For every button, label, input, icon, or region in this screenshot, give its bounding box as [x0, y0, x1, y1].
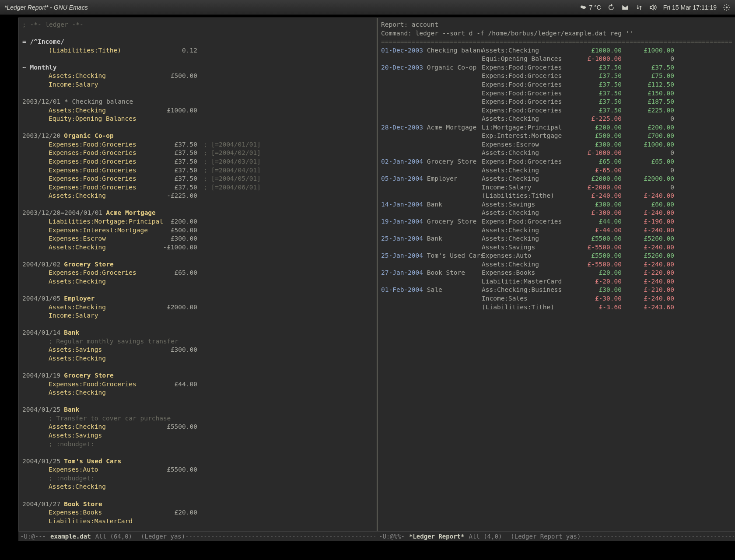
transaction-header: 2004/01/27Book Store — [22, 500, 373, 509]
report-date-payee: 19-Jan-2004 Grocery Store — [381, 217, 482, 226]
clock-text: Fri 15 Mar 17:11:19 — [663, 4, 717, 11]
posting-amount: £500.00 — [149, 226, 197, 235]
posting-amount: £1000.00 — [149, 106, 197, 115]
report-date-payee — [381, 89, 482, 98]
report-row: Assets:Checking£-1000.000 — [381, 149, 732, 158]
report-date-payee — [381, 72, 482, 80]
report-balance: £-210.00 — [622, 286, 674, 294]
network-icon[interactable] — [635, 4, 643, 11]
report-amount: £44.00 — [569, 217, 622, 226]
report-account: Expens:Food:Groceries — [482, 98, 569, 106]
posting-amount — [149, 80, 197, 89]
report-row: 14-Jan-2004 BankAssets:Savings£300.00£60… — [381, 200, 732, 209]
posting-amount — [149, 517, 197, 526]
report-account: Assets:Checking — [482, 260, 569, 269]
posting-account: Expenses:Interest:Mortgage — [49, 226, 149, 235]
report-row: 01-Feb-2004 SaleAss:Checking:Business£30… — [381, 286, 732, 294]
report-date-payee: 01-Feb-2004 Sale — [381, 286, 482, 294]
report-row: Assets:Checking£-300.00£-240.00 — [381, 209, 732, 217]
report-account: Expens:Food:Groceries — [482, 217, 569, 226]
posting-note: ; [=2004/04/01] — [197, 166, 261, 175]
modeline: -U:@--- example.dat All (64,0) (Ledger y… — [18, 532, 735, 541]
report-amount: £37.50 — [569, 106, 622, 115]
posting-account: Expenses:Auto — [49, 466, 149, 474]
refresh-icon[interactable] — [607, 4, 615, 11]
posting-amount: £200.00 — [149, 217, 197, 226]
posting-account: Expenses:Food:Groceries — [49, 158, 149, 166]
report-date-payee — [381, 149, 482, 158]
report-balance: £150.00 — [622, 89, 674, 98]
report-date-payee: 27-Jan-2004 Book Store — [381, 269, 482, 277]
report-amount: £-20.00 — [569, 277, 622, 286]
settings-icon[interactable] — [723, 4, 731, 11]
posting-amount: £37.50 — [149, 166, 197, 175]
transaction-comment: ; Transfer to cover car purchase — [49, 414, 171, 423]
posting-account: Assets:Checking — [49, 277, 149, 286]
report-account: Assets:Checking — [482, 234, 569, 243]
report-row: 25-Jan-2004 BankAssets:Checking£5500.00£… — [381, 234, 732, 243]
ledger-report-buffer[interactable]: Report: accountCommand: ledger --sort d … — [378, 18, 735, 531]
report-account: Expenses:Auto — [482, 252, 569, 260]
transaction-header: 2004/01/02Grocery Store — [22, 260, 373, 269]
posting-amount — [149, 483, 197, 491]
report-balance: £700.00 — [622, 132, 674, 140]
report-date-payee: 28-Dec-2003 Acme Mortgage — [381, 123, 482, 132]
report-account: (Liabilities:Tithe) — [482, 192, 569, 200]
report-balance: £-243.60 — [622, 303, 674, 312]
report-balance: £-240.00 — [622, 277, 674, 286]
report-account: Expenses:Escrow — [482, 140, 569, 149]
posting-account: Assets:Checking — [49, 388, 149, 397]
report-balance: £-240.00 — [622, 209, 674, 217]
report-account: Expens:Food:Groceries — [482, 80, 569, 89]
report-amount: £20.00 — [569, 269, 622, 277]
volume-icon[interactable] — [649, 4, 657, 11]
modeline-buffer-name: example.dat — [50, 533, 91, 540]
report-date-payee: 25-Jan-2004 Tom's Used Cars — [381, 252, 482, 260]
posting-account: Expenses:Food:Groceries — [49, 166, 149, 175]
mail-icon[interactable] — [621, 4, 629, 11]
report-balance: £5260.00 — [622, 252, 674, 260]
report-amount: £-2000.00 — [569, 183, 622, 192]
report-amount: £-5500.00 — [569, 243, 622, 252]
transaction-header: 2004/01/05Employer — [22, 294, 373, 303]
posting-note: ; [=2004/03/01] — [197, 158, 261, 166]
report-account: Exp:Interest:Mortgage — [482, 132, 569, 140]
posting-amount — [149, 431, 197, 440]
posting-account: Liabilities:Mortgage:Principal — [49, 217, 149, 226]
posting-amount: £20.00 — [149, 508, 197, 517]
report-amount: £1000.00 — [569, 46, 622, 55]
report-balance: 0 — [622, 55, 674, 63]
posting-amount: £37.50 — [149, 158, 197, 166]
modeline-prefix: -U:@--- — [20, 533, 46, 540]
report-date-payee — [381, 140, 482, 149]
posting-note: ; [=2004/01/01] — [197, 140, 261, 149]
report-row: Liabilitie:MasterCard£-20.00£-240.00 — [381, 277, 732, 286]
posting-amount: -£1000.00 — [149, 243, 197, 252]
report-row: 05-Jan-2004 EmployerAssets:Checking£2000… — [381, 175, 732, 183]
report-amount: £37.50 — [569, 98, 622, 106]
report-row: 20-Dec-2003 Organic Co-opExpens:Food:Gro… — [381, 63, 732, 72]
svg-point-1 — [582, 6, 586, 9]
report-balance: £65.00 — [622, 158, 674, 166]
posting-account: (Liabilities:Tithe) — [49, 46, 149, 55]
report-row: Equi:Opening Balances£-1000.000 — [381, 55, 732, 63]
posting-account: Assets:Checking — [49, 106, 149, 115]
report-account: Expens:Food:Groceries — [482, 158, 569, 166]
posting-account: Income:Salary — [49, 80, 149, 89]
posting-amount: £65.00 — [149, 269, 197, 277]
report-account: Assets:Checking — [482, 46, 569, 55]
report-balance: £-240.00 — [622, 243, 674, 252]
transaction-header: 2003/12/20Organic Co-op — [22, 132, 373, 140]
report-date-payee: 25-Jan-2004 Bank — [381, 234, 482, 243]
weather-indicator: 7 °C — [579, 4, 601, 11]
report-amount: £300.00 — [569, 140, 622, 149]
report-date-payee — [381, 209, 482, 217]
ledger-source-buffer[interactable]: ; -*- ledger -*- = /^Income/(Liabilities… — [19, 18, 377, 531]
modeline-right: -U:@%%- *Ledger Report* All (4,0) (Ledge… — [377, 532, 735, 541]
report-date-payee — [381, 243, 482, 252]
posting-note: ; [=2004/05/01] — [197, 175, 261, 183]
report-account: Income:Salary — [482, 183, 569, 192]
svg-point-2 — [726, 6, 728, 8]
posting-amount: £300.00 — [149, 346, 197, 354]
report-date-payee — [381, 106, 482, 115]
